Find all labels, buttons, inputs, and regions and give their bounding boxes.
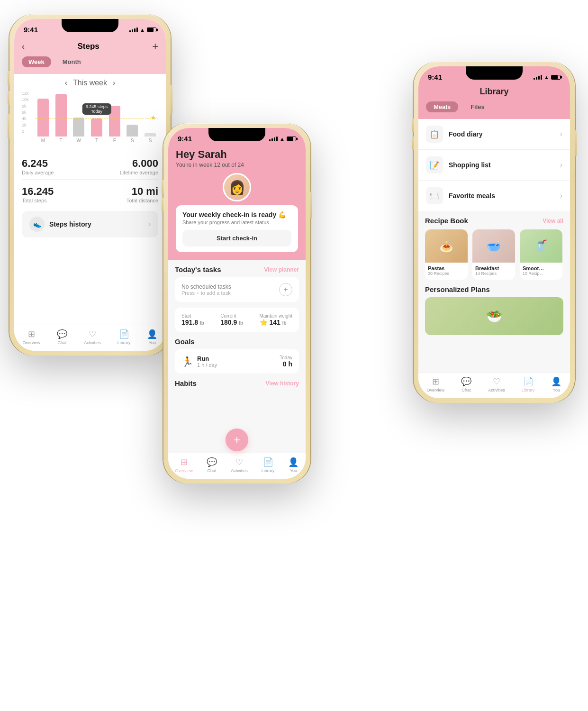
steps-history-button[interactable]: 👟 Steps history ›	[22, 211, 158, 237]
add-button[interactable]: +	[152, 40, 158, 53]
nav-chat[interactable]: 💬Chat	[207, 457, 217, 473]
view-all-link[interactable]: View all	[543, 218, 563, 224]
shopping-list-item[interactable]: 📝 Shopping list ›	[418, 150, 570, 181]
pastas-info: Pastas 20 Recipes	[425, 263, 468, 280]
favorite-meals-item[interactable]: 🍽️ Favorite meals ›	[418, 181, 570, 211]
library-icon: 📄	[119, 329, 129, 339]
nav-activities[interactable]: ♡Activities	[231, 457, 248, 473]
you-icon: 👤	[288, 457, 299, 467]
tasks-card: No scheduled tasks Press + to add a task…	[175, 277, 299, 302]
fab-button[interactable]: +	[226, 428, 248, 451]
greeting: Hey Sarah	[176, 148, 298, 161]
add-task-button[interactable]: +	[279, 283, 292, 296]
smoothie-name: Smoot…	[523, 265, 560, 271]
bottom-nav: ⊞Overview 💬Chat ♡Activities 📄Library 👤Yo…	[418, 372, 570, 398]
library-content: 📋 Food diary › 📝 Shopping list › 🍽️ F	[418, 119, 570, 341]
lifetime-avg-value: 6.000	[120, 157, 158, 170]
activities-icon: ♡	[235, 457, 243, 467]
phone-steps: 9:41 ▲ ‹ Steps +	[9, 14, 171, 356]
bar-wednesday: W	[71, 118, 87, 143]
stats-row: 6.245 Daily average 6.000 Lifetime avera…	[14, 152, 166, 179]
breakfast-image: 🥣	[472, 229, 515, 263]
overview-icon: ⊞	[181, 457, 188, 467]
daily-avg-label: Daily average	[22, 170, 54, 175]
status-time: 9:41	[428, 73, 442, 81]
prev-week-button[interactable]: ‹	[65, 79, 67, 87]
volume-up-button[interactable]	[162, 180, 163, 193]
notch	[466, 66, 523, 80]
view-history-link[interactable]: View history	[266, 380, 299, 387]
power-button[interactable]	[171, 85, 172, 114]
volume-up-button[interactable]	[8, 71, 9, 85]
nav-library[interactable]: 📄Library	[262, 457, 275, 473]
no-tasks-text: No scheduled tasks	[181, 283, 231, 290]
nav-you[interactable]: 👤You	[288, 457, 299, 473]
goals-title: Goals	[175, 337, 195, 346]
nav-chat[interactable]: 💬Chat	[461, 376, 471, 392]
phone-home: 9:41 ▲ Hey Sarah You're in week 12 out o…	[163, 123, 310, 483]
maintain-value: ⭐ 141 lb	[260, 319, 292, 326]
wifi-icon: ▲	[280, 136, 285, 142]
nav-library[interactable]: 📄Library	[118, 329, 131, 345]
goal-line	[35, 118, 158, 118]
volume-down-button[interactable]	[412, 137, 414, 150]
nav-activities[interactable]: ♡Activities	[84, 329, 101, 345]
meals-tab[interactable]: Meals	[426, 101, 458, 112]
files-tab[interactable]: Files	[463, 101, 492, 112]
view-planner-link[interactable]: View planner	[264, 266, 299, 273]
favorite-meals-label: Favorite meals	[449, 192, 495, 200]
recipe-pastas[interactable]: 🍝 Pastas 20 Recipes	[425, 229, 468, 280]
bottom-nav: ⊞Overview 💬Chat ♡Activities 📄Library 👤Yo…	[14, 325, 166, 351]
recipe-smoothie[interactable]: 🥤 Smoot… 10 Recip…	[520, 229, 562, 280]
lib-tabs: Meals Files	[426, 101, 562, 112]
total-distance-value: 10 mi	[127, 185, 158, 198]
total-distance: 10 mi Total distance	[127, 185, 158, 203]
volume-down-button[interactable]	[162, 198, 163, 211]
power-button[interactable]	[310, 192, 312, 218]
month-tab[interactable]: Month	[56, 56, 88, 67]
nav-library[interactable]: 📄Library	[522, 376, 535, 392]
silent-button[interactable]	[8, 114, 9, 138]
nav-chat[interactable]: 💬Chat	[57, 329, 67, 345]
library-header: Library Meals Files	[418, 83, 570, 119]
week-tab[interactable]: Week	[22, 56, 51, 67]
goal-card: 🏃 Run 1 h / day Today 0 h	[175, 349, 299, 374]
volume-down-button[interactable]	[8, 91, 9, 105]
food-diary-icon: 📋	[426, 126, 443, 143]
week-info: You're in week 12 out of 24	[176, 162, 298, 168]
checkin-sub: Share your progress and latest status	[182, 219, 291, 225]
goal-sub: 1 h / day	[197, 362, 217, 368]
volume-up-button[interactable]	[412, 118, 414, 132]
back-button[interactable]: ‹	[22, 42, 25, 52]
tooltip: 6.245 steps Today	[82, 103, 111, 115]
smoothie-count: 10 Recip…	[523, 271, 560, 276]
chart-section: ‹ This week › 12k10k8k6k4k2k0	[14, 74, 166, 152]
start-checkin-button[interactable]: Start check-in	[182, 230, 291, 246]
nav-activities[interactable]: ♡Activities	[488, 376, 505, 392]
breakfast-name: Breakfast	[475, 265, 512, 271]
bars-container: M T W	[35, 91, 158, 143]
current-week-label: This week	[73, 79, 107, 87]
nav-overview[interactable]: ⊞Overview	[427, 376, 445, 392]
goal-today-value: 0 h	[280, 360, 292, 368]
nav-you[interactable]: 👤You	[551, 376, 561, 392]
nav-overview[interactable]: ⊞Overview	[23, 329, 41, 345]
food-diary-label: Food diary	[449, 130, 483, 138]
nav-you[interactable]: 👤You	[147, 329, 157, 345]
chat-icon: 💬	[207, 457, 217, 467]
weight-row: Start 191.8 lb Current 180.9 lb Maintain…	[175, 308, 299, 332]
week-nav: ‹ This week ›	[22, 79, 158, 87]
page-title: Steps	[77, 42, 99, 51]
power-button[interactable]	[575, 130, 577, 156]
bottom-nav: ⊞Overview 💬Chat ♡Activities 📄Library 👤Yo…	[168, 453, 306, 479]
battery-icon	[551, 75, 561, 80]
bar-value	[55, 94, 67, 137]
personalized-card[interactable]: 🥗	[425, 297, 563, 335]
food-diary-item[interactable]: 📋 Food diary ›	[418, 119, 570, 150]
nav-overview[interactable]: ⊞Overview	[175, 457, 193, 473]
notch	[62, 19, 118, 32]
recipe-breakfast[interactable]: 🥣 Breakfast 14 Recipes	[472, 229, 515, 280]
next-week-button[interactable]: ›	[113, 79, 115, 87]
start-label: Start	[181, 313, 204, 319]
goal-left: 🏃 Run 1 h / day	[181, 355, 217, 368]
